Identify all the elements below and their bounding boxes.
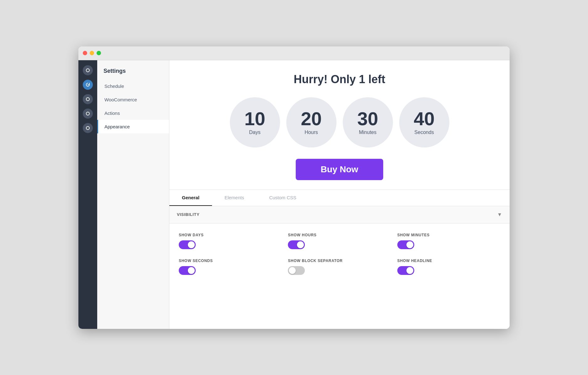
countdown-days: 10 Days <box>230 97 280 147</box>
chevron-down-icon: ▼ <box>497 212 502 217</box>
toggle-label-headline: SHOW HEADLINE <box>397 259 500 263</box>
tab-elements[interactable]: Elements <box>212 190 257 206</box>
toggle-item-headline: SHOW HEADLINE <box>397 259 500 275</box>
countdown-hours-value: 20 <box>301 110 322 128</box>
main-layout: Settings Schedule WooCommerce Actions Ap… <box>78 60 510 329</box>
tabs-bar: General Elements Custom CSS <box>169 190 510 206</box>
svg-point-1 <box>86 98 89 101</box>
sidebar-icon-1[interactable] <box>83 65 93 75</box>
close-button[interactable] <box>83 51 87 55</box>
toggle-switch-block-separator[interactable] <box>288 266 305 275</box>
maximize-button[interactable] <box>97 51 101 55</box>
toggle-switch-hours[interactable] <box>288 240 305 249</box>
toggles-grid: SHOW DAYS SHOW HOURS SHOW MI <box>169 223 510 284</box>
titlebar <box>78 46 510 60</box>
settings-sidebar: Settings Schedule WooCommerce Actions Ap… <box>97 60 169 329</box>
toggle-knob-block-separator <box>289 267 296 274</box>
toggle-switch-days[interactable] <box>179 240 196 249</box>
toggle-switch-headline[interactable] <box>397 266 414 275</box>
toggle-label-minutes: SHOW MINUTES <box>397 233 500 237</box>
toggle-item-minutes: SHOW MINUTES <box>397 233 500 249</box>
tab-custom-css[interactable]: Custom CSS <box>257 190 309 206</box>
toggle-knob-days <box>188 241 195 248</box>
countdown-hours-label: Hours <box>305 130 318 135</box>
toggle-item-days: SHOW DAYS <box>179 233 282 249</box>
sidebar-icon-4[interactable] <box>83 109 93 119</box>
tab-general[interactable]: General <box>169 190 212 206</box>
countdown-hours: 20 Hours <box>286 97 336 147</box>
sidebar-icon-5[interactable] <box>83 123 93 133</box>
settings-content: VISIBILITY ▼ SHOW DAYS SHOW HOURS <box>169 206 510 329</box>
buy-now-button[interactable]: Buy Now <box>296 159 384 180</box>
preview-headline: Hurry! Only 1 left <box>294 73 385 86</box>
countdown-days-value: 10 <box>244 110 265 128</box>
toggle-knob-headline <box>406 267 413 274</box>
content-area: Hurry! Only 1 left 10 Days 20 Hours 30 M… <box>169 60 510 329</box>
settings-title: Settings <box>97 60 169 79</box>
visibility-section-header[interactable]: VISIBILITY ▼ <box>169 206 510 223</box>
svg-point-0 <box>86 69 89 72</box>
countdown-days-label: Days <box>249 130 260 135</box>
toggle-knob-hours <box>297 241 304 248</box>
toggle-switch-seconds[interactable] <box>179 266 196 275</box>
svg-point-3 <box>86 126 89 130</box>
icon-sidebar <box>78 60 97 329</box>
toggle-item-block-separator: SHOW BLOCK SEPARATOR <box>288 259 391 275</box>
toggle-item-hours: SHOW HOURS <box>288 233 391 249</box>
minimize-button[interactable] <box>90 51 94 55</box>
countdown-seconds: 40 Seconds <box>399 97 449 147</box>
countdown-minutes-value: 30 <box>357 110 378 128</box>
countdown-minutes: 30 Minutes <box>343 97 393 147</box>
svg-point-2 <box>86 112 89 115</box>
nav-item-schedule[interactable]: Schedule <box>97 79 169 93</box>
countdown-seconds-value: 40 <box>414 110 435 128</box>
nav-item-appearance[interactable]: Appearance <box>97 120 169 133</box>
toggle-label-seconds: SHOW SECONDS <box>179 259 282 263</box>
toggle-label-hours: SHOW HOURS <box>288 233 391 237</box>
app-window: Settings Schedule WooCommerce Actions Ap… <box>78 46 510 329</box>
toggle-label-block-separator: SHOW BLOCK SEPARATOR <box>288 259 391 263</box>
sidebar-icon-2[interactable] <box>83 80 93 90</box>
countdown-minutes-label: Minutes <box>359 130 376 135</box>
toggle-switch-minutes[interactable] <box>397 240 414 249</box>
visibility-label: VISIBILITY <box>177 212 199 217</box>
toggle-label-days: SHOW DAYS <box>179 233 282 237</box>
settings-nav: Schedule WooCommerce Actions Appearance <box>97 79 169 133</box>
toggle-item-seconds: SHOW SECONDS <box>179 259 282 275</box>
sidebar-icon-3[interactable] <box>83 94 93 104</box>
nav-item-woocommerce[interactable]: WooCommerce <box>97 93 169 106</box>
countdown-row: 10 Days 20 Hours 30 Minutes 40 Seconds <box>230 97 449 147</box>
nav-item-actions[interactable]: Actions <box>97 106 169 120</box>
preview-area: Hurry! Only 1 left 10 Days 20 Hours 30 M… <box>169 60 510 190</box>
toggle-knob-seconds <box>188 267 195 274</box>
countdown-seconds-label: Seconds <box>414 130 434 135</box>
toggle-knob-minutes <box>406 241 413 248</box>
